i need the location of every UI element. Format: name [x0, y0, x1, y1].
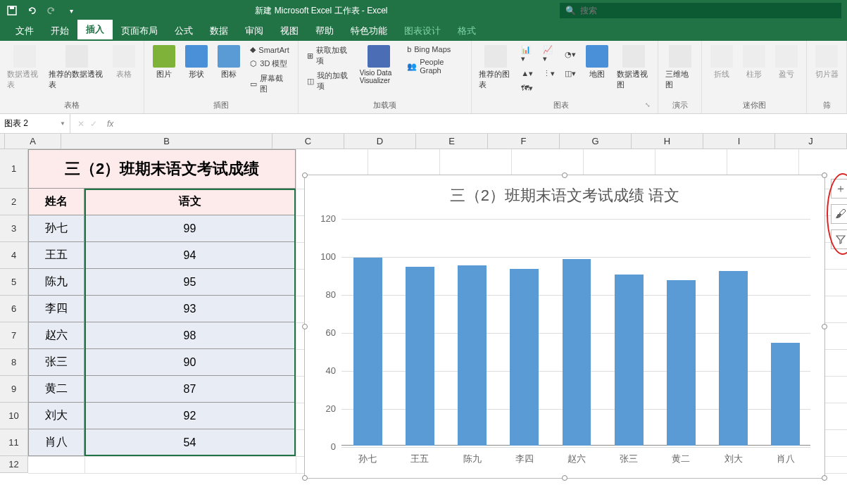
- 3dmodel-button[interactable]: ⬡3D 模型: [247, 57, 291, 70]
- cell-name[interactable]: 刘大: [28, 403, 84, 429]
- cell-score[interactable]: 87: [84, 376, 296, 403]
- accept-formula-icon[interactable]: ✓: [90, 119, 97, 129]
- cell-score[interactable]: 95: [84, 269, 296, 296]
- header-score[interactable]: 语文: [84, 189, 296, 215]
- row-header-11[interactable]: 11: [0, 429, 28, 456]
- chart-bar[interactable]: [353, 258, 382, 446]
- name-box[interactable]: 图表 2 ▼: [0, 114, 70, 133]
- select-all-corner[interactable]: [0, 134, 5, 149]
- tab-home[interactable]: 开始: [42, 21, 77, 41]
- chart-scatter-icon[interactable]: ⋮▾: [540, 68, 558, 80]
- maps-button[interactable]: 地图: [583, 44, 611, 81]
- tab-pagelayout[interactable]: 页面布局: [113, 21, 166, 41]
- qat-customize-icon[interactable]: ▾: [65, 4, 77, 17]
- cell-name[interactable]: 黄二: [28, 376, 84, 403]
- shapes-button[interactable]: 形状: [182, 44, 211, 81]
- chart-bar[interactable]: [563, 259, 591, 446]
- tab-data[interactable]: 数据: [201, 21, 237, 41]
- formula-input[interactable]: [120, 114, 847, 133]
- col-header-B[interactable]: B: [61, 134, 272, 149]
- col-header-J[interactable]: J: [775, 134, 847, 149]
- cell-name[interactable]: 陈九: [28, 269, 84, 296]
- name-box-dropdown-icon[interactable]: ▼: [60, 120, 65, 127]
- chart-bar-icon[interactable]: 📊▾: [518, 44, 536, 65]
- pictures-button[interactable]: 图片: [150, 44, 178, 81]
- col-header-D[interactable]: D: [344, 134, 416, 149]
- col-header-C[interactable]: C: [272, 134, 344, 149]
- chart-title[interactable]: 三（2）班期末语文考试成绩 语文: [305, 175, 824, 212]
- redo-icon[interactable]: [45, 4, 58, 17]
- cell-score[interactable]: 98: [84, 322, 296, 349]
- cell-name[interactable]: 王五: [28, 242, 84, 269]
- cell-score[interactable]: 99: [84, 215, 296, 242]
- visio-button[interactable]: Visio Data Visualizer: [358, 44, 400, 86]
- peoplegraph-button[interactable]: 👥People Graph: [404, 56, 465, 76]
- search-box[interactable]: 🔍: [560, 3, 841, 18]
- row-header-2[interactable]: 2: [0, 189, 28, 215]
- bingmaps-button[interactable]: bBing Maps: [404, 44, 465, 55]
- chart-bar[interactable]: [458, 265, 487, 446]
- row-header-3[interactable]: 3: [0, 215, 28, 242]
- table-title[interactable]: 三（2）班期末语文考试成绩: [28, 149, 296, 189]
- cell-score[interactable]: 54: [84, 429, 296, 456]
- row-header-4[interactable]: 4: [0, 242, 28, 269]
- cell-name[interactable]: 李四: [28, 296, 84, 322]
- tab-insert[interactable]: 插入: [77, 20, 113, 41]
- undo-icon[interactable]: [25, 4, 38, 17]
- tab-help[interactable]: 帮助: [307, 21, 342, 41]
- col-header-F[interactable]: F: [488, 134, 560, 149]
- chart-object[interactable]: 三（2）班期末语文考试成绩 语文 020406080100120孙七王五陈九李四…: [304, 175, 825, 479]
- col-header-H[interactable]: H: [632, 134, 703, 149]
- cell-name[interactable]: 张三: [28, 349, 84, 376]
- chart-area-icon[interactable]: ▲▾: [518, 68, 536, 80]
- chart-bar[interactable]: [771, 343, 800, 446]
- chart-combo-icon[interactable]: ◫▾: [562, 68, 579, 80]
- charts-dialog-launcher[interactable]: ⤡: [645, 101, 652, 108]
- screenshot-button[interactable]: ▭屏幕截图: [247, 72, 291, 96]
- chart-line-icon[interactable]: 📈▾: [540, 44, 558, 65]
- row-header-8[interactable]: 8: [0, 349, 28, 376]
- tab-file[interactable]: 文件: [7, 21, 42, 41]
- row-header-1[interactable]: 1: [0, 149, 28, 189]
- save-icon[interactable]: [6, 4, 18, 17]
- cancel-formula-icon[interactable]: ✕: [77, 119, 84, 129]
- cell-score[interactable]: 94: [84, 242, 296, 269]
- row-header-7[interactable]: 7: [0, 322, 28, 349]
- tab-chartdesign[interactable]: 图表设计: [396, 21, 449, 41]
- recommended-charts-button[interactable]: 推荐的图表: [477, 44, 514, 92]
- row-header-10[interactable]: 10: [0, 403, 28, 429]
- cell-score[interactable]: 92: [84, 403, 296, 429]
- chart-bar[interactable]: [406, 267, 434, 446]
- col-header-A[interactable]: A: [5, 134, 61, 149]
- chart-bar[interactable]: [510, 269, 539, 446]
- icons-button[interactable]: 图标: [215, 44, 243, 81]
- tab-view[interactable]: 视图: [272, 21, 307, 41]
- chart-plot-area[interactable]: 020406080100120孙七王五陈九李四赵六张三黄二刘大肖八: [341, 219, 810, 446]
- sparkline-column-button[interactable]: 柱形: [740, 44, 768, 81]
- recommended-pivot-button[interactable]: 推荐的数据透视表: [47, 44, 106, 92]
- row-header-12[interactable]: 12: [0, 456, 28, 473]
- chart-elements-button[interactable]: ＋: [831, 179, 847, 199]
- get-addins-button[interactable]: ⊞获取加载项: [304, 44, 354, 68]
- chart-map-icon[interactable]: 🗺▾: [518, 82, 536, 94]
- cell-name[interactable]: 肖八: [28, 429, 84, 456]
- pivotchart-button[interactable]: 数据透视图: [615, 44, 652, 92]
- row-header-6[interactable]: 6: [0, 296, 28, 322]
- row-header-5[interactable]: 5: [0, 269, 28, 296]
- slicer-button[interactable]: 切片器: [813, 44, 841, 81]
- chart-bar[interactable]: [615, 275, 644, 446]
- tab-formulas[interactable]: 公式: [166, 21, 201, 41]
- chart-pie-icon[interactable]: ◔▾: [562, 44, 579, 65]
- cell-score[interactable]: 90: [84, 349, 296, 376]
- smartart-button[interactable]: ◆SmartArt: [247, 44, 291, 56]
- col-header-E[interactable]: E: [416, 134, 488, 149]
- chart-filter-button[interactable]: [831, 229, 847, 249]
- col-header-G[interactable]: G: [560, 134, 632, 149]
- table-button[interactable]: 表格: [110, 44, 138, 81]
- chart-styles-button[interactable]: 🖌: [831, 204, 847, 224]
- cell-name[interactable]: 赵六: [28, 322, 84, 349]
- fx-icon[interactable]: fx: [103, 119, 113, 129]
- cell-score[interactable]: 93: [84, 296, 296, 322]
- chart-bar[interactable]: [719, 271, 748, 446]
- col-header-I[interactable]: I: [703, 134, 775, 149]
